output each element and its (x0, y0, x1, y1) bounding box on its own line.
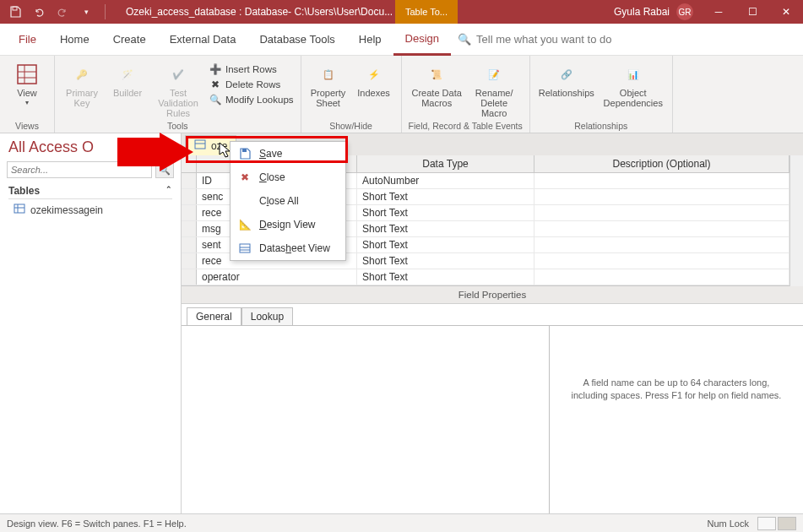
group-relationships-label: Relationships (574, 119, 627, 131)
tab-file[interactable]: File (7, 24, 48, 56)
object-dependencies-button[interactable]: 📊 Object Dependencies (601, 59, 665, 108)
user-area[interactable]: Gyula Rabai GR (614, 3, 693, 20)
ctx-datasheet-view[interactable]: Datasheet View (231, 236, 345, 260)
data-type-cell[interactable]: Short Text (357, 205, 534, 220)
ctx-design-view[interactable]: 📐 Design View (231, 213, 345, 236)
tab-database-tools[interactable]: Database Tools (247, 24, 346, 56)
search-button[interactable]: 🔍 (155, 161, 174, 178)
description-cell[interactable] (534, 237, 789, 252)
ctx-close[interactable]: ✖ Close (231, 166, 345, 189)
ctx-save[interactable]: Save (231, 142, 345, 166)
table-row[interactable]: operatorShort Text (182, 269, 789, 285)
row-selector[interactable] (182, 173, 197, 188)
close-icon: ✖ (237, 170, 252, 185)
rename-macro-icon: 📝 (482, 62, 506, 86)
contextual-tab-table-tools[interactable]: Table To... (395, 0, 458, 24)
ctx-save-label: Save (259, 148, 282, 160)
svg-rect-0 (13, 7, 17, 10)
search-icon: 🔍 (458, 33, 471, 46)
view-button[interactable]: View ▾ (7, 59, 47, 107)
table-icon (194, 138, 206, 153)
description-cell[interactable] (534, 221, 789, 236)
col-data-type-header[interactable]: Data Type (357, 155, 534, 172)
field-properties-tabs: General Lookup (182, 304, 803, 325)
property-sheet-button[interactable]: 📋 Property Sheet (308, 59, 349, 108)
tab-create[interactable]: Create (101, 24, 158, 56)
rename-delete-macro-button[interactable]: 📝 Rename/ Delete Macro (468, 59, 520, 118)
create-data-macros-button[interactable]: 📜 Create Data Macros (410, 59, 463, 108)
search-icon: 🔍 (159, 165, 171, 176)
indexes-button[interactable]: ⚡ Indexes (354, 59, 394, 98)
description-cell[interactable] (534, 189, 789, 204)
insert-rows-button[interactable]: ➕Insert Rows (209, 62, 294, 76)
tab-home[interactable]: Home (48, 24, 101, 56)
dependencies-icon: 📊 (621, 62, 645, 86)
redo-icon[interactable] (52, 2, 73, 22)
user-name: Gyula Rabai (614, 6, 670, 18)
builder-button[interactable]: 🪄 Builder (107, 59, 148, 98)
description-cell[interactable] (534, 269, 789, 285)
description-cell[interactable] (534, 205, 789, 220)
ctx-close-label: Close (259, 171, 285, 183)
description-cell[interactable] (534, 253, 789, 269)
row-selector[interactable] (182, 269, 197, 285)
status-text: Design view. F6 = Switch panes. F1 = Hel… (7, 518, 187, 529)
design-view-icon: 📐 (237, 217, 252, 232)
relationships-button[interactable]: 🔗 Relationships (537, 59, 596, 98)
nav-group-tables[interactable]: Tables⌃ (8, 185, 172, 199)
primary-key-button[interactable]: 🔑 Primary Key (62, 59, 102, 108)
field-properties-label: Field Properties (182, 286, 803, 304)
tell-me-search[interactable]: 🔍 Tell me what you want to do (458, 33, 611, 46)
ctx-close-all[interactable]: Close All (231, 189, 345, 213)
data-type-cell[interactable]: Short Text (357, 221, 534, 236)
ctx-close-all-label: Close All (259, 195, 299, 207)
data-type-cell[interactable]: Short Text (357, 237, 534, 252)
status-bar: Design view. F6 = Switch panes. F1 = Hel… (0, 513, 803, 532)
view-design-button[interactable] (778, 517, 796, 530)
data-type-cell[interactable]: Short Text (357, 189, 534, 204)
lookup-icon: 🔍 (209, 93, 222, 106)
data-type-cell[interactable]: AutoNumber (357, 173, 534, 188)
svg-rect-10 (242, 149, 247, 152)
properties-grid[interactable] (182, 326, 550, 513)
undo-icon[interactable] (29, 2, 49, 22)
nav-item-ozekimessagein[interactable]: ozekimessagein (8, 199, 172, 220)
maximize-button[interactable]: ☐ (735, 0, 769, 24)
tab-help[interactable]: Help (347, 24, 393, 56)
group-views-label: Views (15, 119, 39, 131)
group-showhide-label: Show/Hide (329, 119, 372, 131)
nav-pane-title[interactable]: All Access O (0, 133, 181, 158)
grid-icon (15, 62, 39, 86)
tab-lookup[interactable]: Lookup (241, 307, 293, 326)
data-type-cell[interactable]: Short Text (357, 269, 534, 285)
qat-dropdown-icon[interactable]: ▾ (76, 2, 96, 22)
row-selector[interactable] (182, 205, 197, 220)
field-name-cell[interactable]: operator (197, 269, 357, 285)
row-selector[interactable] (182, 221, 197, 236)
delete-rows-button[interactable]: ✖Delete Rows (209, 78, 294, 91)
builder-icon: 🪄 (116, 62, 139, 86)
search-input[interactable] (7, 161, 152, 178)
vertical-scrollbar[interactable] (789, 155, 803, 286)
tab-design[interactable]: Design (393, 24, 451, 56)
table-icon (14, 203, 25, 217)
close-button[interactable]: ✕ (769, 0, 803, 24)
row-selector[interactable] (182, 237, 197, 252)
tab-external-data[interactable]: External Data (158, 24, 248, 56)
save-icon[interactable] (5, 2, 25, 22)
tab-general[interactable]: General (187, 307, 241, 326)
row-selector[interactable] (182, 189, 197, 204)
minimize-button[interactable]: ─ (702, 0, 735, 24)
group-tools-label: Tools (167, 119, 188, 131)
properties-info-text: A field name can be up to 64 characters … (550, 326, 803, 513)
data-type-cell[interactable]: Short Text (357, 253, 534, 269)
description-cell[interactable] (534, 173, 789, 188)
col-description-header[interactable]: Description (Optional) (534, 155, 789, 172)
test-validation-button[interactable]: ✔️ Test Validation Rules (153, 59, 203, 118)
modify-lookups-button[interactable]: 🔍Modify Lookups (209, 93, 294, 106)
view-datasheet-button[interactable] (757, 517, 776, 530)
ctx-design-view-label: Design View (259, 219, 316, 231)
row-selector-header[interactable] (182, 155, 197, 172)
quick-access-toolbar: ▾ (0, 2, 101, 22)
row-selector[interactable] (182, 253, 197, 269)
